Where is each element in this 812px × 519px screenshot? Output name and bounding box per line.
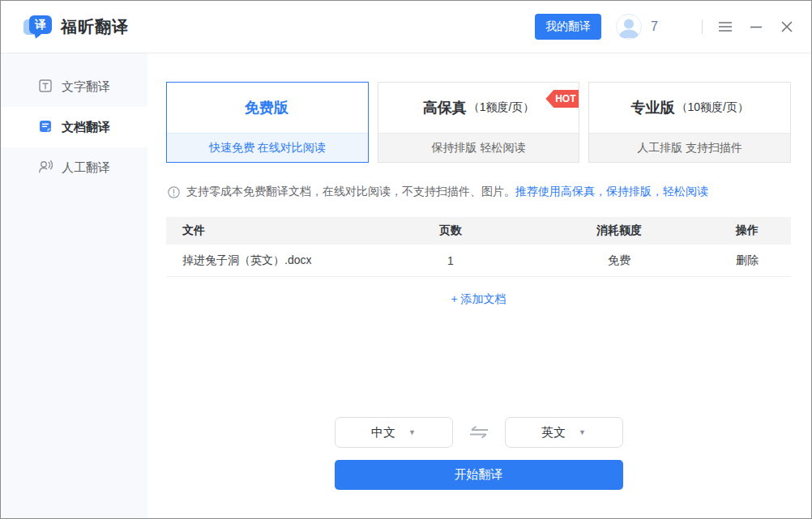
add-document-button[interactable]: + 添加文档 [166, 292, 791, 307]
column-header-cost: 消耗额度 [535, 223, 703, 238]
text-translate-icon [38, 79, 53, 96]
plan-cards: 免费版 快速免费 在线对比阅读 HOT 高保真 （1额度/页） 保持排版 轻松阅… [166, 82, 791, 163]
start-translate-button[interactable]: 开始翻译 [335, 460, 623, 490]
plan-title: 专业版 [630, 98, 674, 117]
column-header-pages: 页数 [366, 223, 535, 238]
notice-link[interactable]: 推荐使用高保真，保持排版，轻松阅读 [515, 185, 708, 198]
logo-glyph: 译 [29, 15, 52, 34]
minimize-icon[interactable] [748, 19, 764, 35]
plan-title: 免费版 [245, 98, 288, 117]
plan-suffix: （1额度/页） [468, 100, 535, 115]
table-row: 掉进兔子洞（英文）.docx 1 免费 删除 [166, 245, 791, 277]
app-title: 福昕翻译 [61, 16, 129, 38]
credits-count: 7 [651, 19, 658, 34]
app-logo-icon: 译 [24, 14, 53, 40]
sidebar-item-label: 人工翻译 [62, 160, 110, 176]
delete-file-button[interactable]: 删除 [736, 253, 759, 266]
close-icon[interactable] [779, 19, 795, 35]
info-icon [168, 186, 180, 198]
file-table: 文件 页数 消耗额度 操作 掉进兔子洞（英文）.docx 1 免费 删除 [166, 217, 791, 277]
titlebar-divider [702, 19, 703, 34]
human-translate-icon [38, 160, 53, 177]
source-language-select[interactable]: 中文 ▼ [335, 417, 453, 448]
file-pages: 1 [366, 254, 535, 267]
menu-icon[interactable] [717, 19, 733, 35]
chevron-down-icon: ▼ [579, 428, 586, 436]
my-translations-button[interactable]: 我的翻译 [535, 14, 601, 40]
target-language-select[interactable]: 英文 ▼ [505, 417, 623, 448]
source-language-value: 中文 [371, 425, 395, 440]
sidebar-item-label: 文档翻译 [62, 120, 110, 135]
swap-languages-icon[interactable] [468, 424, 490, 440]
doc-translate-panel: 免费版 快速免费 在线对比阅读 HOT 高保真 （1额度/页） 保持排版 轻松阅… [147, 53, 811, 518]
sidebar-item-label: 文字翻译 [62, 79, 110, 95]
column-header-file: 文件 [166, 223, 366, 238]
target-language-value: 英文 [541, 425, 566, 440]
doc-translate-icon [38, 119, 53, 136]
plan-suffix: （10额度/页） [676, 100, 748, 115]
file-cost: 免费 [535, 253, 703, 268]
sidebar: 文字翻译 文档翻译 人工翻译 [1, 53, 147, 518]
sidebar-item-text-translate[interactable]: 文字翻译 [1, 66, 147, 107]
sidebar-item-human-translate[interactable]: 人工翻译 [1, 147, 147, 188]
plan-card-free[interactable]: 免费版 快速免费 在线对比阅读 [166, 82, 369, 163]
column-header-action: 操作 [703, 223, 791, 238]
plan-card-professional[interactable]: 专业版 （10额度/页） 人工排版 支持扫描件 [588, 82, 791, 163]
app-window: 译 福昕翻译 我的翻译 7 [0, 0, 812, 519]
notice-bar: 支持零成本免费翻译文档，在线对比阅读，不支持扫描件、图片。推荐使用高保真，保持排… [166, 185, 791, 199]
file-name: 掉进兔子洞（英文）.docx [166, 253, 366, 268]
avatar[interactable] [616, 14, 642, 40]
title-bar: 译 福昕翻译 我的翻译 7 [1, 1, 811, 53]
table-header: 文件 页数 消耗额度 操作 [166, 217, 791, 245]
plan-title: 高保真 [423, 98, 467, 117]
language-bar: 中文 ▼ 英文 ▼ [335, 417, 623, 448]
brand: 译 福昕翻译 [24, 14, 129, 40]
plan-desc: 人工排版 支持扫描件 [589, 133, 790, 162]
notice-text: 支持零成本免费翻译文档，在线对比阅读，不支持扫描件、图片。 [186, 185, 515, 198]
sidebar-item-doc-translate[interactable]: 文档翻译 [1, 107, 147, 147]
plan-desc: 快速免费 在线对比阅读 [167, 133, 368, 162]
chevron-down-icon: ▼ [408, 428, 416, 436]
plan-desc: 保持排版 轻松阅读 [378, 133, 579, 162]
plan-card-high-fidelity[interactable]: HOT 高保真 （1额度/页） 保持排版 轻松阅读 [378, 82, 580, 163]
